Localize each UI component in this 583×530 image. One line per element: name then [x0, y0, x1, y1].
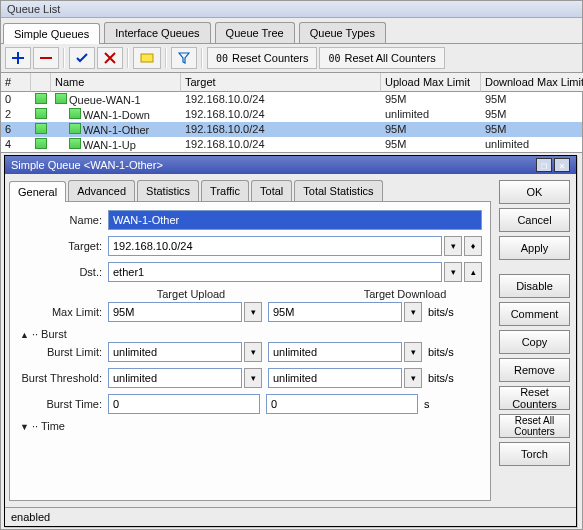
comment-button[interactable]: [133, 47, 161, 69]
status-bar: enabled: [5, 507, 576, 526]
separator: [201, 48, 203, 68]
cell-target: 192.168.10.0/24: [181, 137, 381, 152]
table-header: # Name Target Upload Max Limit Download …: [1, 73, 582, 92]
separator: [63, 48, 65, 68]
unit-sec: s: [424, 398, 458, 410]
form-body: Name: WAN-1-Other Target: 192.168.10.0/2…: [9, 202, 491, 501]
burst-thresh-down-input[interactable]: unlimited: [268, 368, 402, 388]
cell-num: 6: [1, 122, 31, 137]
dialog-titlebar: Simple Queue <WAN-1-Other> ❐ ✕: [5, 156, 576, 174]
ok-button[interactable]: OK: [499, 180, 570, 204]
target-label: Target:: [18, 240, 108, 252]
add-button[interactable]: [5, 47, 31, 69]
plus-icon: [12, 52, 24, 64]
table-row[interactable]: 6WAN-1-Other192.168.10.0/2495M95M: [1, 122, 582, 137]
cell-name: Queue-WAN-1: [51, 92, 181, 107]
tab-traffic[interactable]: Traffic: [201, 180, 249, 201]
burst-thresh-up-dropdown[interactable]: ▾: [244, 368, 262, 388]
tab-queue-tree[interactable]: Queue Tree: [215, 22, 295, 43]
cell-name: WAN-1-Other: [51, 122, 181, 137]
svg-rect-0: [141, 54, 153, 62]
cell-down: unlimited: [481, 137, 583, 152]
remove-button[interactable]: Remove: [499, 358, 570, 382]
cell-icon: [31, 92, 51, 107]
apply-button[interactable]: Apply: [499, 236, 570, 260]
disable-button[interactable]: Disable: [499, 274, 570, 298]
max-limit-down-input[interactable]: 95M: [268, 302, 402, 322]
copy-button[interactable]: Copy: [499, 330, 570, 354]
tab-simple-queues[interactable]: Simple Queues: [3, 23, 100, 44]
tab-total[interactable]: Total: [251, 180, 292, 201]
filter-button[interactable]: [171, 47, 197, 69]
tab-advanced[interactable]: Advanced: [68, 180, 135, 201]
dst-dropdown-button[interactable]: ▾: [444, 262, 462, 282]
table-row[interactable]: 2WAN-1-Down192.168.10.0/24unlimited95M: [1, 107, 582, 122]
max-limit-up-dropdown[interactable]: ▾: [244, 302, 262, 322]
col-upload[interactable]: Upload Max Limit: [381, 73, 481, 92]
cell-up: 95M: [381, 122, 481, 137]
target-add-button[interactable]: ♦: [464, 236, 482, 256]
col-download[interactable]: Download Max Limit: [481, 73, 583, 92]
simple-queue-dialog: Simple Queue <WAN-1-Other> ❐ ✕ General A…: [4, 155, 577, 527]
reset-counters-button[interactable]: Reset Counters: [499, 386, 570, 410]
unit-bits: bits/s: [428, 346, 462, 358]
max-limit-label: Max Limit:: [18, 306, 108, 318]
col-num[interactable]: #: [1, 73, 31, 92]
tab-statistics[interactable]: Statistics: [137, 180, 199, 201]
burst-limit-down-dropdown[interactable]: ▾: [404, 342, 422, 362]
cell-down: 95M: [481, 92, 583, 107]
tab-interface-queues[interactable]: Interface Queues: [104, 22, 210, 43]
burst-thresh-down-dropdown[interactable]: ▾: [404, 368, 422, 388]
burst-limit-up-input[interactable]: unlimited: [108, 342, 242, 362]
burst-section-toggle[interactable]: ▲·· Burst: [20, 328, 482, 340]
reset-all-counters-button[interactable]: Reset All Counters: [499, 414, 570, 438]
max-limit-down-dropdown[interactable]: ▾: [404, 302, 422, 322]
dst-collapse-button[interactable]: ▴: [464, 262, 482, 282]
target-dropdown-button[interactable]: ▾: [444, 236, 462, 256]
separator: [165, 48, 167, 68]
toolbar: 00 Reset Counters 00 Reset All Counters: [1, 44, 582, 73]
unit-bits: bits/s: [428, 372, 462, 384]
torch-button[interactable]: Torch: [499, 442, 570, 466]
tab-total-statistics[interactable]: Total Statistics: [294, 180, 382, 201]
enable-button[interactable]: [69, 47, 95, 69]
col-name[interactable]: Name: [51, 73, 181, 92]
dst-input[interactable]: ether1: [108, 262, 442, 282]
queue-icon: [35, 93, 47, 104]
reset-counters-button[interactable]: 00 Reset Counters: [207, 47, 317, 69]
burst-limit-label: Burst Limit:: [18, 346, 108, 358]
max-limit-up-input[interactable]: 95M: [108, 302, 242, 322]
burst-time-up-input[interactable]: 0: [108, 394, 260, 414]
col-target[interactable]: Target: [181, 73, 381, 92]
burst-time-label: Burst Time:: [18, 398, 108, 410]
col-icon[interactable]: [31, 73, 51, 92]
burst-thresh-up-input[interactable]: unlimited: [108, 368, 242, 388]
time-section-toggle[interactable]: ▼·· Time: [20, 420, 482, 432]
burst-threshold-label: Burst Threshold:: [18, 372, 108, 384]
burst-limit-up-dropdown[interactable]: ▾: [244, 342, 262, 362]
tab-queue-types[interactable]: Queue Types: [299, 22, 386, 43]
disable-button[interactable]: [97, 47, 123, 69]
cancel-button[interactable]: Cancel: [499, 208, 570, 232]
name-label: Name:: [18, 214, 108, 226]
tab-general[interactable]: General: [9, 181, 66, 202]
comment-button[interactable]: Comment: [499, 302, 570, 326]
burst-time-down-input[interactable]: 0: [266, 394, 418, 414]
counter-icon: 00: [328, 53, 340, 64]
status-text: enabled: [11, 511, 50, 523]
check-icon: [76, 52, 88, 64]
cell-icon: [31, 122, 51, 137]
counter-icon: 00: [216, 53, 228, 64]
close-button[interactable]: ✕: [554, 158, 570, 172]
reset-all-counters-button[interactable]: 00 Reset All Counters: [319, 47, 444, 69]
title-bar: Queue List: [1, 1, 582, 18]
burst-limit-down-input[interactable]: unlimited: [268, 342, 402, 362]
restore-button[interactable]: ❐: [536, 158, 552, 172]
table-row[interactable]: 0Queue-WAN-1192.168.10.0/2495M95M: [1, 92, 582, 107]
table-row[interactable]: 4WAN-1-Up192.168.10.0/2495Munlimited: [1, 137, 582, 152]
minus-icon: [40, 52, 52, 64]
cell-name: WAN-1-Down: [51, 107, 181, 122]
remove-button[interactable]: [33, 47, 59, 69]
target-input[interactable]: 192.168.10.0/24: [108, 236, 442, 256]
name-input[interactable]: WAN-1-Other: [108, 210, 482, 230]
